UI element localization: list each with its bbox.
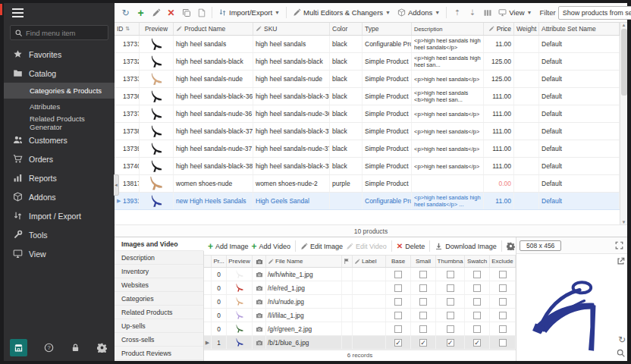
set-resize-rule-button[interactable]: Set Resize Rule <box>507 242 516 250</box>
tab-images-and-video[interactable]: Images and Video <box>115 237 204 251</box>
edit-video-button[interactable]: Edit Video <box>346 243 387 250</box>
swatch-checkbox[interactable] <box>473 312 481 319</box>
delete-product-button[interactable]: ✕ <box>165 6 177 19</box>
vertical-scrollbar[interactable]: ▲ ▼ <box>620 23 627 224</box>
table-row[interactable]: 13737 high heel sandals-nude-36 high hee… <box>115 105 620 123</box>
addons-menu[interactable]: Addons▼ <box>395 7 442 18</box>
sidebar-item-catalog[interactable]: Catalog <box>4 64 115 83</box>
help-icon[interactable] <box>44 343 54 353</box>
swatch-checkbox[interactable]: ✓ <box>473 339 481 347</box>
exclude-checkbox[interactable] <box>499 271 507 278</box>
menu-toggle-button[interactable] <box>4 3 115 23</box>
column-header-small[interactable]: Small <box>411 256 436 267</box>
sort-asc-button[interactable]: ⇡ <box>450 6 463 19</box>
download-image-button[interactable]: Download Image <box>435 242 497 250</box>
import-export-menu[interactable]: Import/Export▼ <box>216 7 282 18</box>
lock-icon[interactable] <box>71 343 80 353</box>
media-row[interactable]: 0 /w/h/white_1.jpg <box>204 268 516 281</box>
gear-icon[interactable] <box>97 343 107 353</box>
sidebar-splitter-handle[interactable]: ◂ <box>114 174 119 196</box>
column-header-base[interactable]: Base <box>386 256 411 267</box>
delete-image-button[interactable]: ✕Delete <box>397 243 425 250</box>
edit-image-button[interactable]: Edit Image <box>300 243 343 250</box>
open-external-icon[interactable] <box>616 256 626 266</box>
media-row[interactable]: 0 /l/i/lilac_1.jpg <box>204 309 516 322</box>
table-row[interactable]: 13733 high heel sandals-nude high heel s… <box>115 71 620 88</box>
duplicate-button[interactable] <box>195 6 208 19</box>
column-header-swatch[interactable]: Swatch <box>465 256 490 267</box>
refresh-image-icon[interactable]: ↻ <box>618 335 626 344</box>
table-row[interactable]: 13731 high heel sandals high heel sandal… <box>115 36 620 53</box>
column-header-weight[interactable]: Weight <box>514 23 539 35</box>
table-row[interactable]: 13739 high heel sandals-nude-37 high hee… <box>115 140 620 158</box>
column-header-price[interactable]: Price <box>484 23 514 35</box>
column-header-sku[interactable]: SKU <box>253 23 330 35</box>
tab-websites[interactable]: Websites <box>115 278 203 292</box>
exclude-checkbox[interactable] <box>499 339 507 347</box>
swatch-checkbox[interactable] <box>473 325 481 333</box>
base-checkbox[interactable] <box>394 325 402 333</box>
base-checkbox[interactable] <box>394 271 402 278</box>
multi-editors-menu[interactable]: Multi Editors & Changers▼ <box>290 7 393 18</box>
table-row[interactable]: 13736 high heel sandals-black-36 high he… <box>115 88 620 105</box>
media-row[interactable]: 0 /r/e/red_1.jpg <box>204 281 516 295</box>
tab-cross-sells[interactable]: Cross-sells <box>115 333 203 347</box>
base-checkbox[interactable]: ✓ <box>394 339 402 347</box>
exclude-checkbox[interactable] <box>499 325 507 333</box>
scroll-up-icon[interactable]: ▲ <box>622 23 626 27</box>
tab-related-products[interactable]: Related Products <box>115 306 203 319</box>
sidebar-item-orders[interactable]: Orders <box>4 149 115 168</box>
media-row-selected[interactable]: ▶ 1 /b/1/blue_6.jpg ✓ ✓ ✓ ✓ <box>204 336 516 350</box>
sidebar-item-favorites[interactable]: Favorites <box>4 45 115 64</box>
exclude-checkbox[interactable] <box>499 298 507 306</box>
column-header-description[interactable]: Description <box>412 23 484 35</box>
table-row[interactable]: 13817 women shoes-nude women shoes-nude-… <box>115 175 620 193</box>
base-checkbox[interactable] <box>394 284 402 292</box>
thumbnail-checkbox[interactable] <box>447 298 454 306</box>
column-header-position[interactable]: Pr... <box>212 256 227 267</box>
fullscreen-icon[interactable] <box>614 240 624 250</box>
tab-up-sells[interactable]: Up-sells <box>115 319 203 333</box>
tab-categories[interactable]: Categories <box>115 292 203 306</box>
sidebar-item-reports[interactable]: Reports <box>4 168 115 187</box>
refresh-button[interactable]: ↻ <box>119 6 132 19</box>
column-header-file-name[interactable]: File Name <box>266 256 342 267</box>
column-header-thumbnail[interactable]: Thumbna <box>436 256 465 267</box>
column-header-preview[interactable]: Preview <box>140 23 174 35</box>
zoom-icon[interactable] <box>616 348 626 358</box>
small-checkbox[interactable] <box>419 271 427 278</box>
small-checkbox[interactable] <box>419 325 427 333</box>
add-image-button[interactable]: +Add Image <box>208 242 249 251</box>
table-row-selected[interactable]: ▶13931 new High Heels Sandals High Geels… <box>115 193 620 210</box>
sidebar-item-related-products-generator[interactable]: Related Products Generator <box>4 115 115 130</box>
column-header-color[interactable]: Color <box>330 23 363 35</box>
tab-description[interactable]: Description <box>115 251 203 265</box>
scrollbar-thumb[interactable] <box>621 29 627 96</box>
column-header-label[interactable]: Label <box>353 256 386 267</box>
sidebar-item-attributes[interactable]: Attributes <box>4 99 115 115</box>
add-video-button[interactable]: +Add Video <box>252 242 290 251</box>
columns-button[interactable] <box>481 6 494 19</box>
store-button[interactable] <box>10 339 27 356</box>
column-header-exclude[interactable]: Exclude <box>490 256 516 267</box>
swatch-checkbox[interactable] <box>473 284 481 292</box>
base-checkbox[interactable] <box>394 298 402 306</box>
exclude-checkbox[interactable] <box>499 312 507 319</box>
view-menu[interactable]: View▼ <box>496 7 534 18</box>
column-header-product-name[interactable]: Product Name <box>174 23 253 35</box>
small-checkbox[interactable] <box>419 312 427 319</box>
small-checkbox[interactable]: ✓ <box>419 339 427 347</box>
thumbnail-checkbox[interactable] <box>447 271 454 278</box>
sidebar-item-customers[interactable]: Customers <box>4 130 115 149</box>
table-row[interactable]: 13732 high heel sandals-black high heel … <box>115 53 620 71</box>
copy-button[interactable] <box>180 6 193 19</box>
media-row[interactable]: 0 /g/r/green_2.jpg <box>204 322 516 336</box>
thumbnail-checkbox[interactable] <box>447 312 454 319</box>
add-product-button[interactable]: + <box>134 6 147 19</box>
table-row[interactable]: 13738 high heel sandals-black-37 high he… <box>115 123 620 140</box>
column-header-attribute-set[interactable]: Attribute Set Name <box>539 23 620 35</box>
sidebar-item-tools[interactable]: Tools <box>4 225 115 244</box>
column-header-preview[interactable]: Preview <box>227 256 253 267</box>
media-row[interactable]: 0 /n/u/nude.jpg <box>204 295 516 309</box>
small-checkbox[interactable] <box>419 298 427 306</box>
